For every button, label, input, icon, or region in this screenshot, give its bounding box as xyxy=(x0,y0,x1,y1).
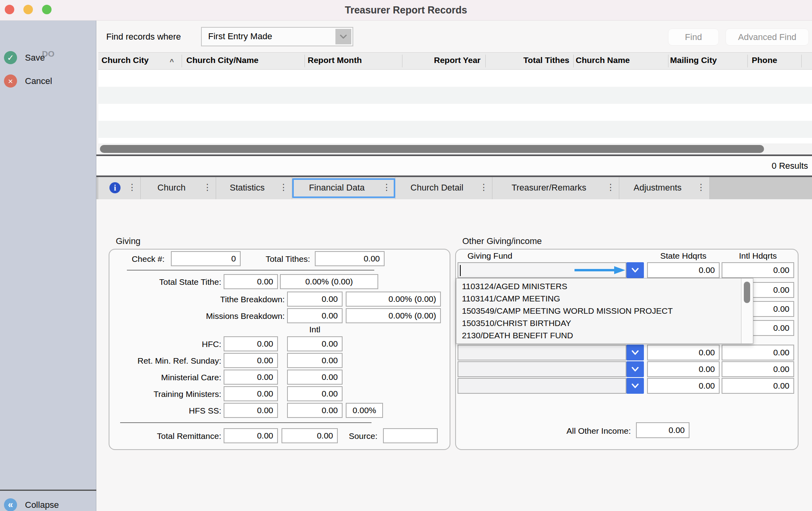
treasurer-report-window: Treasurer Report Records DO ✓ Save × Can… xyxy=(0,0,812,511)
giving-fund-header: Giving Fund xyxy=(467,251,512,261)
tab-treasurer-remarks[interactable]: Treasurer/Remarks ⋮ xyxy=(492,177,619,199)
tithe-breakdown-percent-field[interactable]: 0.00% (0.00) xyxy=(346,292,441,307)
ministerial-care-label: Ministerial Care: xyxy=(111,373,221,382)
hfc-intl-field[interactable]: 0.00 xyxy=(287,336,343,351)
text-cursor xyxy=(460,265,461,276)
state-hdqrts-field-6[interactable]: 0.00 xyxy=(647,361,720,377)
giving-fund-dropdown-button-7[interactable] xyxy=(626,378,644,394)
giving-fund-dropdown-button-5[interactable] xyxy=(626,345,644,360)
column-header-church-city[interactable]: Church City xyxy=(102,55,149,65)
cancel-label: Cancel xyxy=(25,76,52,86)
intl-hdqrts-field-1[interactable]: 0.00 xyxy=(722,262,794,278)
missions-breakdown-percent-field[interactable]: 0.00% (0.00) xyxy=(346,308,441,323)
ministerial-care-intl-field[interactable]: 0.00 xyxy=(287,370,343,385)
table-row xyxy=(98,87,812,104)
hfc-state-field[interactable]: 0.00 xyxy=(224,336,278,351)
window-title: Treasurer Report Records xyxy=(0,4,812,16)
intl-hdqrts-field-7[interactable]: 0.00 xyxy=(722,378,794,394)
check-number-field[interactable]: 0 xyxy=(171,251,241,266)
check-number-label: Check #: xyxy=(111,254,165,264)
collapse-chevrons-icon: « xyxy=(4,498,17,511)
table-row xyxy=(98,138,812,143)
state-hdqrts-field-7[interactable]: 0.00 xyxy=(647,378,720,394)
find-criteria-dropdown[interactable]: First Entry Made xyxy=(201,27,353,46)
fund-option[interactable]: 1503549/CAMP MEETING WORLD MISSION PROJE… xyxy=(456,305,741,317)
giving-panel-title: Giving xyxy=(116,236,140,246)
tab-treasurer-remarks-label: Treasurer/Remarks xyxy=(492,183,605,193)
state-hdqrts-field-1[interactable]: 0.00 xyxy=(647,262,720,278)
table-row xyxy=(98,104,812,121)
fund-option[interactable]: 1503510/CHRIST BIRTHDAY xyxy=(456,317,741,329)
total-state-tithe-field[interactable]: 0.00 xyxy=(224,274,278,289)
tab-church[interactable]: Church ⋮ xyxy=(141,177,216,199)
hfs-ss-label: HFS SS: xyxy=(111,406,221,416)
giving-fund-field-7[interactable] xyxy=(458,378,626,394)
giving-fund-field-5[interactable] xyxy=(458,345,626,360)
save-label: Save xyxy=(25,53,45,63)
total-state-tithe-percent-field[interactable]: 0.00% (0.00) xyxy=(280,274,378,289)
hfs-ss-intl-field[interactable]: 0.00 xyxy=(287,403,343,418)
column-separator xyxy=(573,55,574,67)
ret-min-ref-sunday-intl-field[interactable]: 0.00 xyxy=(287,353,343,368)
column-header-report-year[interactable]: Report Year xyxy=(402,55,481,65)
tab-info[interactable]: i ⋮ xyxy=(98,177,141,199)
column-header-mailing-city[interactable]: Mailing City xyxy=(670,55,717,65)
tab-adjustments[interactable]: Adjustments ⋮ xyxy=(619,177,710,199)
horizontal-scrollbar[interactable] xyxy=(98,143,812,154)
save-check-icon: ✓ xyxy=(4,51,17,64)
column-separator xyxy=(182,55,182,67)
column-header-church-name[interactable]: Church Name xyxy=(576,55,630,65)
tithe-breakdown-field[interactable]: 0.00 xyxy=(287,292,343,307)
source-label: Source: xyxy=(341,431,377,441)
total-tithes-label: Total Tithes: xyxy=(242,254,310,264)
intl-hdqrts-header: Intl Hdqrts xyxy=(722,251,794,261)
state-hdqrts-field-5[interactable]: 0.00 xyxy=(647,345,720,360)
collapse-button[interactable]: « Collapse xyxy=(0,498,96,511)
ministerial-care-state-field[interactable]: 0.00 xyxy=(224,370,278,385)
info-icon[interactable]: i xyxy=(109,182,121,193)
tab-statistics[interactable]: Statistics ⋮ xyxy=(216,177,292,199)
hfs-ss-percent-field[interactable]: 0.00% xyxy=(346,403,383,418)
find-records-where-label: Find records where xyxy=(106,32,181,42)
state-hdqrts-header: State Hdqrts xyxy=(647,251,720,261)
list-scrollbar[interactable] xyxy=(741,278,753,343)
total-remittance-intl-field[interactable]: 0.00 xyxy=(282,428,338,443)
intl-hdqrts-field-6[interactable]: 0.00 xyxy=(722,361,794,377)
fund-option[interactable]: 2130/DEATH BENEFIT FUND xyxy=(456,329,741,341)
training-ministers-intl-field[interactable]: 0.00 xyxy=(287,386,343,401)
training-ministers-state-field[interactable]: 0.00 xyxy=(224,386,278,401)
hfs-ss-state-field[interactable]: 0.00 xyxy=(224,403,278,418)
tab-bar: i ⋮ Church ⋮ Statistics ⋮ Financial Data… xyxy=(96,177,812,199)
chevron-down-icon[interactable] xyxy=(335,29,351,44)
list-scrollbar-thumb[interactable] xyxy=(744,282,750,303)
results-strip: 0 Results xyxy=(96,156,812,175)
all-other-income-field[interactable]: 0.00 xyxy=(636,422,689,438)
total-state-tithe-label: Total State Tithe: xyxy=(123,277,221,287)
column-separator xyxy=(402,55,402,67)
cancel-button[interactable]: × Cancel xyxy=(0,74,96,88)
column-header-report-month[interactable]: Report Month xyxy=(308,55,362,65)
advanced-find-button[interactable]: Advanced Find xyxy=(726,29,809,46)
find-button[interactable]: Find xyxy=(668,29,719,46)
total-remittance-state-field[interactable]: 0.00 xyxy=(224,428,278,443)
tab-handle-icon: ⋮ xyxy=(128,182,136,193)
fund-option[interactable]: 1103141/CAMP MEETING xyxy=(456,292,741,305)
tithe-breakdown-label: Tithe Breakdown: xyxy=(190,295,285,304)
total-tithes-field[interactable]: 0.00 xyxy=(315,251,385,266)
column-header-church-city-name[interactable]: Church City/Name xyxy=(186,55,259,65)
save-button[interactable]: ✓ Save xyxy=(0,51,96,65)
giving-fund-dropdown-button-1[interactable] xyxy=(626,262,644,278)
intl-column-label: Intl xyxy=(287,325,343,334)
giving-fund-dropdown-button-6[interactable] xyxy=(626,361,644,377)
missions-breakdown-field[interactable]: 0.00 xyxy=(287,308,343,323)
ret-min-ref-sunday-state-field[interactable]: 0.00 xyxy=(224,353,278,368)
fund-option[interactable]: 1103124/AGED MINISTERS xyxy=(456,280,741,292)
column-header-total-tithes[interactable]: Total Tithes xyxy=(485,55,569,65)
sort-ascending-icon[interactable]: ^ xyxy=(170,58,174,66)
horizontal-scrollbar-thumb[interactable] xyxy=(100,145,764,153)
source-field[interactable] xyxy=(383,428,438,443)
column-header-phone[interactable]: Phone xyxy=(752,55,777,65)
tab-church-detail[interactable]: Church Detail ⋮ xyxy=(395,177,492,199)
intl-hdqrts-field-5[interactable]: 0.00 xyxy=(722,345,794,360)
giving-fund-field-6[interactable] xyxy=(458,361,626,377)
